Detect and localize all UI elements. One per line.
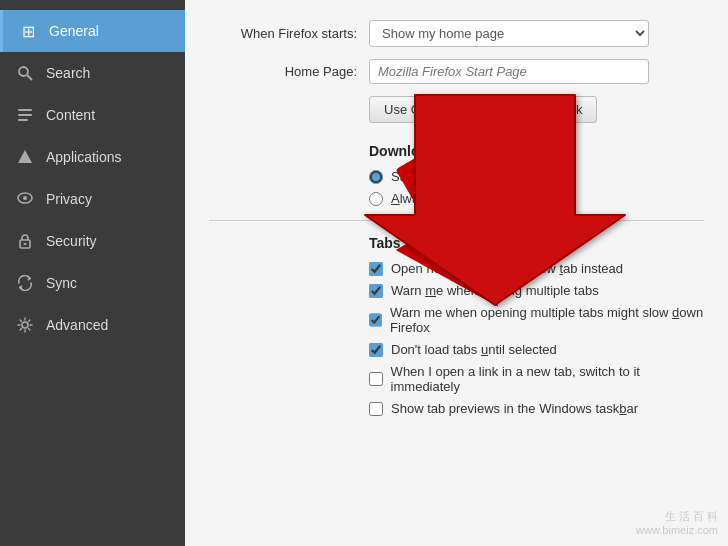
checkbox-new-tab-input[interactable] (369, 262, 383, 276)
startup-row: When Firefox starts: Show my home page (209, 20, 704, 47)
use-bookmark-button[interactable]: Use Book (511, 96, 597, 123)
general-icon: ⊞ (17, 20, 39, 42)
sidebar-item-privacy[interactable]: Privacy (0, 178, 185, 220)
homepage-input[interactable] (369, 59, 649, 84)
download-save-radio[interactable] (369, 170, 383, 184)
security-icon (14, 230, 36, 252)
homepage-label: Home Page: (209, 64, 369, 79)
tabs-title: Tabs (369, 235, 704, 251)
search-icon (14, 62, 36, 84)
section-divider (209, 220, 704, 221)
download-ask-label: AlwaysAlways ask where to save files ask… (391, 191, 567, 206)
svg-rect-2 (18, 109, 32, 111)
download-save-row: Save files t (369, 169, 704, 184)
content-icon (14, 104, 36, 126)
sidebar-item-content[interactable]: Content (0, 94, 185, 136)
checkbox-warn-close-label: Warn me when closing multiple tabs (391, 283, 599, 298)
advanced-icon (14, 314, 36, 336)
sidebar-item-search[interactable]: Search (0, 52, 185, 94)
svg-rect-9 (24, 243, 27, 245)
sidebar-item-advanced[interactable]: Advanced (0, 304, 185, 346)
svg-rect-3 (18, 114, 32, 116)
sync-icon (14, 272, 36, 294)
checkbox-warn-close: Warn me when closing multiple tabs (369, 283, 704, 298)
sidebar-label-security: Security (46, 233, 97, 249)
sidebar-label-advanced: Advanced (46, 317, 108, 333)
download-save-label: Save files t (391, 169, 455, 184)
checkbox-warn-open-input[interactable] (369, 313, 382, 327)
checkbox-tab-preview-label: Show tab previews in the Windows taskbar (391, 401, 638, 416)
watermark-line1: 生 活 百 科 (636, 509, 718, 524)
sidebar: ⊞ General Search Content Applications (0, 0, 185, 546)
sidebar-item-sync[interactable]: Sync (0, 262, 185, 304)
applications-icon (14, 146, 36, 168)
download-ask-radio[interactable] (369, 192, 383, 206)
checkbox-warn-open-label: Warn me when opening multiple tabs might… (390, 305, 704, 335)
checkbox-warn-close-input[interactable] (369, 284, 383, 298)
sidebar-label-search: Search (46, 65, 90, 81)
downloads-title: Downloads (369, 143, 704, 159)
checkbox-dont-load: Don't load tabs until selected (369, 342, 704, 357)
checkbox-switch-tab-input[interactable] (369, 372, 383, 386)
watermark-line2: www.bimeiz.com (636, 524, 718, 536)
sidebar-item-security[interactable]: Security (0, 220, 185, 262)
startup-select[interactable]: Show my home page (369, 20, 649, 47)
sidebar-label-sync: Sync (46, 275, 77, 291)
sidebar-label-content: Content (46, 107, 95, 123)
watermark: 生 活 百 科 www.bimeiz.com (636, 509, 718, 536)
checkbox-dont-load-label: Don't load tabs until selected (391, 342, 557, 357)
sidebar-item-general[interactable]: ⊞ General (0, 10, 185, 52)
homepage-row: Home Page: (209, 59, 704, 84)
checkbox-tab-preview-input[interactable] (369, 402, 383, 416)
svg-point-10 (22, 322, 28, 328)
download-ask-row: AlwaysAlways ask where to save files ask… (369, 191, 704, 206)
privacy-icon (14, 188, 36, 210)
svg-marker-5 (18, 150, 32, 163)
checkbox-warn-open: Warn me when opening multiple tabs might… (369, 305, 704, 335)
checkbox-new-tab-label: Open new windows in a new tab instead (391, 261, 623, 276)
sidebar-label-privacy: Privacy (46, 191, 92, 207)
startup-label: When Firefox starts: (209, 26, 369, 41)
checkbox-switch-tab-label: When I open a link in a new tab, switch … (391, 364, 704, 394)
checkbox-new-tab: Open new windows in a new tab instead (369, 261, 704, 276)
svg-marker-13 (396, 190, 550, 320)
svg-point-0 (19, 67, 28, 76)
svg-point-7 (23, 196, 27, 200)
checkbox-tab-preview: Show tab previews in the Windows taskbar (369, 401, 704, 416)
checkbox-dont-load-input[interactable] (369, 343, 383, 357)
svg-rect-4 (18, 119, 28, 121)
svg-line-1 (27, 75, 32, 80)
sidebar-item-applications[interactable]: Applications (0, 136, 185, 178)
main-panel: When Firefox starts: Show my home page H… (185, 0, 728, 546)
button-row: Use Current Page Use Book (369, 96, 704, 123)
use-current-page-button[interactable]: Use Current Page (369, 96, 503, 123)
sidebar-label-general: General (49, 23, 99, 39)
sidebar-label-applications: Applications (46, 149, 122, 165)
checkbox-switch-tab: When I open a link in a new tab, switch … (369, 364, 704, 394)
